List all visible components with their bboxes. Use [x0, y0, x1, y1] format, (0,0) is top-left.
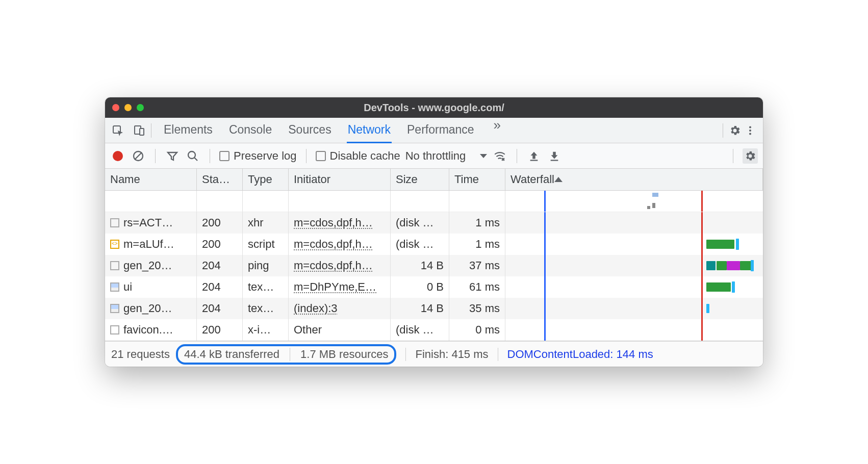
waterfall-cell — [505, 255, 763, 276]
minimize-window-button[interactable] — [124, 104, 132, 111]
waterfall-cell — [505, 212, 763, 234]
separator — [306, 149, 307, 163]
svg-line-7 — [135, 152, 142, 160]
maximize-window-button[interactable] — [137, 104, 144, 111]
svg-point-5 — [749, 133, 751, 135]
document-icon — [110, 261, 119, 270]
requests-table: Name Sta… Type Initiator Size Time Water… — [105, 169, 763, 341]
requests-count: 21 requests — [111, 348, 170, 361]
chevron-down-icon — [480, 154, 487, 158]
search-icon[interactable] — [185, 148, 200, 164]
waterfall-cell — [505, 319, 763, 341]
resources-size: 1.7 MB resources — [300, 348, 388, 361]
column-header-time[interactable]: Time — [449, 169, 505, 191]
transfer-summary-highlight: 44.4 kB transferred 1.7 MB resources — [176, 344, 397, 365]
column-header-name[interactable]: Name — [105, 169, 197, 191]
separator — [155, 149, 156, 163]
script-icon — [110, 240, 119, 249]
separator — [405, 348, 406, 361]
transferred-size: 44.4 kB transferred — [184, 348, 279, 361]
preserve-log-checkbox[interactable]: Preserve log — [219, 149, 297, 163]
svg-point-3 — [749, 126, 751, 128]
titlebar: DevTools - www.google.com/ — [105, 97, 763, 118]
kebab-menu-icon[interactable] — [743, 123, 758, 138]
tab-console[interactable]: Console — [228, 118, 273, 143]
upload-har-icon[interactable] — [526, 148, 542, 164]
separator — [723, 123, 723, 138]
svg-point-4 — [749, 129, 751, 131]
tab-performance[interactable]: Performance — [406, 118, 475, 143]
svg-rect-2 — [140, 128, 144, 135]
initiator-link[interactable]: m=cdos,dpf,h… — [294, 238, 373, 251]
separator — [517, 149, 517, 163]
inspect-element-icon[interactable] — [110, 123, 125, 138]
svg-line-9 — [194, 158, 197, 161]
network-conditions-icon[interactable] — [492, 148, 507, 164]
window-title: DevTools - www.google.com/ — [105, 102, 763, 114]
separator — [151, 123, 151, 138]
separator — [210, 149, 210, 163]
settings-gear-icon[interactable] — [727, 123, 743, 138]
separator — [498, 348, 498, 361]
disable-cache-label: Disable cache — [330, 149, 400, 163]
tab-elements[interactable]: Elements — [163, 118, 214, 143]
image-icon — [110, 304, 119, 313]
image-icon — [110, 282, 119, 292]
waterfall-cell — [505, 234, 763, 255]
panel-tabs: Elements Console Sources Network Perform… — [163, 118, 505, 143]
close-window-button[interactable] — [112, 104, 119, 111]
more-tabs-icon[interactable]: » — [490, 118, 505, 133]
checkbox-icon — [219, 151, 229, 161]
download-har-icon[interactable] — [547, 148, 562, 164]
column-header-waterfall[interactable]: Waterfall — [505, 169, 763, 191]
preserve-log-label: Preserve log — [234, 149, 297, 163]
column-header-type[interactable]: Type — [243, 169, 289, 191]
document-icon — [110, 325, 119, 334]
filter-icon[interactable] — [165, 148, 180, 164]
network-settings-gear-icon[interactable] — [743, 148, 758, 164]
waterfall-cell — [505, 276, 763, 298]
panel-tabs-row: Elements Console Sources Network Perform… — [105, 118, 763, 143]
initiator-link[interactable]: (index):3 — [294, 302, 338, 315]
initiator-text: Other — [294, 323, 322, 337]
column-header-initiator[interactable]: Initiator — [289, 169, 391, 191]
initiator-link[interactable]: m=cdos,dpf,h… — [294, 259, 373, 272]
throttling-value: No throttling — [405, 149, 466, 163]
sort-indicator-icon — [554, 177, 563, 182]
domcontentloaded-time: DOMContentLoaded: 144 ms — [507, 348, 653, 361]
status-footer: 21 requests 44.4 kB transferred 1.7 MB r… — [105, 341, 763, 367]
record-button[interactable] — [110, 148, 125, 164]
device-toolbar-icon[interactable] — [132, 123, 147, 138]
tab-sources[interactable]: Sources — [287, 118, 332, 143]
separator — [290, 348, 290, 361]
column-header-status[interactable]: Sta… — [197, 169, 243, 191]
checkbox-icon — [316, 151, 326, 161]
initiator-link[interactable]: m=cdos,dpf,h… — [294, 216, 373, 229]
svg-rect-11 — [530, 160, 538, 161]
initiator-link[interactable]: m=DhPYme,E… — [294, 280, 376, 294]
document-icon — [110, 218, 119, 227]
tab-network[interactable]: Network — [347, 118, 392, 143]
column-header-size[interactable]: Size — [391, 169, 449, 191]
window-controls — [112, 104, 144, 111]
network-toolbar: Preserve log Disable cache No throttling — [105, 143, 763, 169]
disable-cache-checkbox[interactable]: Disable cache — [316, 149, 400, 163]
finish-time: Finish: 415 ms — [415, 348, 488, 361]
overview-spacer — [105, 191, 197, 212]
waterfall-overview — [505, 191, 763, 212]
separator — [733, 149, 733, 163]
svg-rect-12 — [551, 160, 558, 161]
waterfall-cell — [505, 298, 763, 319]
throttling-select[interactable]: No throttling — [405, 149, 488, 163]
svg-point-8 — [188, 151, 195, 159]
devtools-window: DevTools - www.google.com/ Elements Cons… — [105, 97, 763, 367]
clear-icon[interactable] — [131, 148, 146, 164]
